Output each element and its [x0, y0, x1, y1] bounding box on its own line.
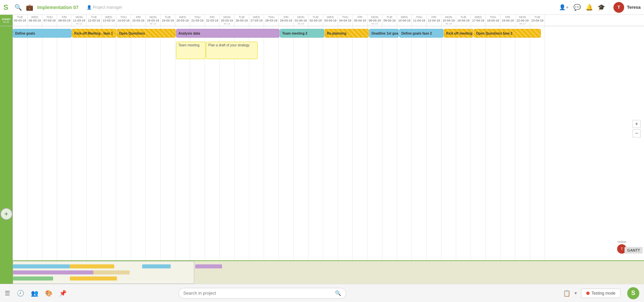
gantt-day-col-26: WED 10-04-19	[397, 15, 412, 26]
clock-icon[interactable]: 🕗	[17, 290, 24, 297]
people-icon[interactable]: 👥	[31, 290, 38, 297]
testing-mode-label: Testing mode	[592, 291, 615, 296]
person-icon: 👤	[87, 5, 92, 10]
day-date: 20-03-19	[175, 19, 190, 22]
gantt-day-col-22: THU 04-04-19	[338, 15, 353, 26]
testing-mode-button[interactable]: Testing mode	[581, 289, 620, 298]
gantt-day-col-32: THU 18-04-19	[486, 15, 501, 26]
grid-col-16	[249, 26, 264, 260]
mini-content	[13, 261, 644, 284]
add-task-button[interactable]: +	[0, 208, 12, 220]
day-date: 28-03-19	[264, 19, 278, 22]
grid-col-20	[308, 26, 323, 260]
task-bar-4[interactable]: Team meeting 2	[280, 29, 324, 38]
mini-timeline	[0, 260, 644, 284]
day-date: 16-04-19	[456, 19, 471, 22]
day-date: 03-04-19	[323, 19, 338, 22]
day-date: 05-03-19	[13, 19, 27, 22]
gantt-day-col-29: MON 15-04-19 W 16	[441, 15, 456, 26]
day-name: FRI	[279, 15, 293, 19]
grid-col-26	[397, 26, 412, 260]
day-date: 09-04-19	[382, 19, 397, 22]
logo: S	[3, 3, 8, 12]
grid-col-0	[13, 26, 28, 260]
mini-bar-3	[13, 270, 93, 274]
document-icon[interactable]: 📋	[563, 290, 570, 297]
chevron-down-icon[interactable]: ▼	[574, 291, 578, 296]
task-bar-5[interactable]: Re-planning	[325, 29, 369, 38]
task-bar-0[interactable]: Define goals	[13, 29, 72, 38]
gantt-day-col-34: MON 22-04-19 W 17	[515, 15, 530, 26]
zoom-out-button[interactable]: −	[633, 129, 641, 137]
grid-col-7	[116, 26, 131, 260]
gantt-day-col-16: WED 27-03-19	[249, 15, 264, 26]
bottom-toolbar: ☰ 🕗 👥 🎨 📌 🔍 📋 ▼ Testing mode S	[0, 284, 644, 302]
mini-sidebar	[0, 261, 13, 284]
day-name: TUE	[456, 15, 471, 19]
day-name: MON	[441, 15, 456, 19]
chat-icon[interactable]: 💬	[573, 4, 581, 11]
binoculars-icon[interactable]: 🔍	[14, 4, 22, 11]
day-name: WED	[249, 15, 264, 19]
day-name: FRI	[353, 15, 367, 19]
day-name: MON	[220, 15, 234, 19]
add-user-icon[interactable]: 👤+	[559, 4, 569, 10]
username: Teresa	[627, 5, 641, 10]
mini-task-bar-0[interactable]: Team meeting	[176, 42, 206, 59]
day-date: 01-04-19	[294, 19, 308, 22]
grid-col-25	[382, 26, 397, 260]
zoom-in-button[interactable]: +	[633, 120, 641, 128]
task-bar-3[interactable]: Analysis data	[176, 29, 280, 38]
grid-col-17	[264, 26, 279, 260]
gantt-day-col-11: WED 20-03-19	[175, 15, 190, 26]
gantt-day-col-35: TUE 23-04-19	[530, 15, 545, 26]
mini-task-bar-1[interactable]: Plan a draft of your strategy	[206, 42, 258, 59]
gantt-day-col-13: FRI 22-03-19	[205, 15, 220, 26]
week-label: W 11	[72, 22, 86, 25]
graduation-cap-icon[interactable]: 🎓	[598, 4, 605, 11]
bell-icon[interactable]: 🔔	[586, 4, 593, 11]
search-icon: 🔍	[335, 290, 341, 296]
search-input[interactable]	[183, 291, 335, 296]
grid-col-14	[220, 26, 234, 260]
grid-col-28	[427, 26, 441, 260]
grid-col-13	[205, 26, 220, 260]
day-date: 26-03-19	[234, 19, 249, 22]
grid-col-9	[146, 26, 161, 260]
task-bar-6[interactable]: Deadline 1st goals	[369, 29, 399, 38]
s-badge: S	[627, 287, 639, 299]
task-bar-7[interactable]: Define goals fase 2	[399, 29, 443, 38]
grid-col-8	[131, 26, 146, 260]
task-bar-9[interactable]: Open Questions fase 2	[474, 29, 541, 38]
day-date: 14-03-19	[116, 19, 131, 22]
palette-icon[interactable]: 🎨	[45, 290, 52, 297]
day-name: MON	[294, 15, 308, 19]
gantt-label-badge: GANTT	[625, 247, 643, 254]
gantt-day-col-4: MON 11-03-19 W 11	[72, 15, 87, 26]
gantt-day-col-10: TUE 19-03-19	[161, 15, 175, 26]
grid-col-35	[530, 26, 545, 260]
task-bar-8[interactable]: Kick off meeting Fase 2	[444, 29, 473, 38]
day-date: 23-04-19	[530, 19, 545, 22]
gantt-grid: Define goalsKick-off Meeting - fase 1Ope…	[13, 26, 644, 260]
start-label: START	[2, 18, 10, 21]
gantt-grid-columns	[13, 26, 644, 260]
gantt-day-col-30: TUE 16-04-19	[456, 15, 471, 26]
gantt-day-col-15: TUE 26-03-19	[234, 15, 249, 26]
task-bar-2[interactable]: Open Questions	[117, 29, 176, 38]
day-date: 08-04-19	[368, 19, 382, 22]
mini-bar-1	[70, 264, 114, 268]
topbar: S 🔍 💼 Implementation 07 👤 Project manage…	[0, 0, 644, 15]
day-name: TUE	[234, 15, 249, 19]
grid-col-30	[456, 26, 471, 260]
project-role: 👤 Project manager	[87, 5, 122, 10]
grid-col-34	[515, 26, 530, 260]
pin-icon[interactable]: 📌	[59, 290, 67, 297]
grid-col-21	[323, 26, 338, 260]
briefcase-icon[interactable]: 💼	[26, 4, 33, 11]
day-name: THU	[264, 15, 278, 19]
task-bar-1[interactable]: Kick-off Meeting - fase 1	[72, 29, 116, 38]
user-area: T Teresa	[609, 2, 641, 13]
grid-col-4	[72, 26, 87, 260]
list-icon[interactable]: ☰	[5, 290, 10, 297]
